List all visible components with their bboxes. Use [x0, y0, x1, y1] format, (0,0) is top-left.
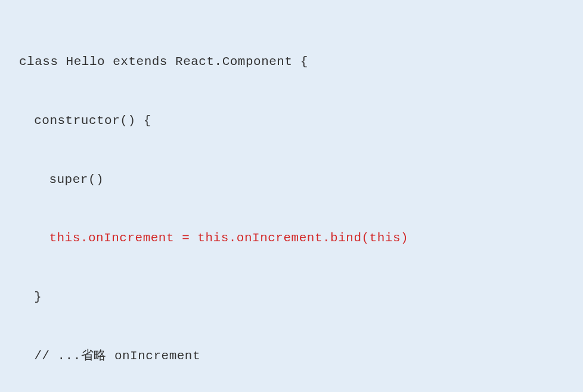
code-line: constructor() { [19, 106, 564, 135]
code-line-highlight: this.onIncrement = this.onIncrement.bind… [19, 223, 564, 253]
code-line: } [19, 282, 564, 312]
code-block: class Hello extends React.Component { co… [19, 18, 564, 392]
code-line: class Hello extends React.Component { [19, 47, 564, 76]
code-line: super() [19, 165, 564, 194]
code-line-comment: // ...省略 onIncrement [19, 341, 564, 371]
